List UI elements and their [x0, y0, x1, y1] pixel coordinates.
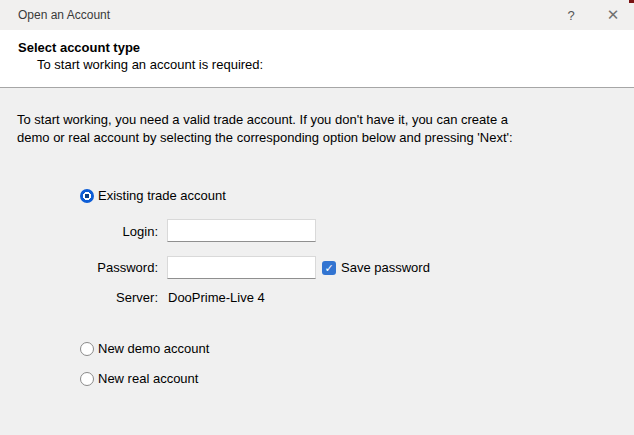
titlebar[interactable]: Open an Account ? ✕ — [0, 0, 634, 30]
close-icon: ✕ — [607, 6, 620, 24]
save-password-label: Save password — [341, 260, 430, 275]
save-password-checkbox[interactable]: ✓ — [322, 261, 336, 275]
help-button[interactable]: ? — [550, 0, 592, 30]
close-button[interactable]: ✕ — [592, 0, 634, 30]
save-password-option[interactable]: ✓ Save password — [322, 260, 430, 275]
radio-demo-label: New demo account — [98, 341, 209, 356]
radio-existing-label: Existing trade account — [98, 188, 226, 203]
radio-icon[interactable] — [80, 342, 94, 356]
radio-existing-trade-account[interactable]: Existing trade account — [80, 188, 226, 203]
window-title: Open an Account — [0, 8, 550, 22]
password-label: Password: — [60, 260, 158, 275]
server-value: DooPrime-Live 4 — [168, 290, 265, 305]
login-label: Login: — [60, 224, 158, 239]
server-label: Server: — [60, 290, 158, 305]
radio-icon[interactable] — [80, 189, 94, 203]
open-account-dialog: Open an Account ? ✕ Select account type … — [0, 0, 634, 435]
page-title: Select account type — [18, 40, 140, 55]
intro-text: To start working, you need a valid trade… — [17, 111, 517, 146]
radio-new-real-account[interactable]: New real account — [80, 371, 198, 386]
radio-icon[interactable] — [80, 372, 94, 386]
page-subtitle: To start working an account is required: — [37, 57, 263, 72]
wizard-header: Select account type To start working an … — [0, 30, 634, 88]
radio-real-label: New real account — [98, 371, 198, 386]
login-input[interactable] — [167, 219, 316, 242]
screen-corner-artifact — [629, 0, 634, 3]
help-icon: ? — [567, 8, 574, 23]
radio-new-demo-account[interactable]: New demo account — [80, 341, 209, 356]
password-input[interactable] — [167, 256, 316, 279]
